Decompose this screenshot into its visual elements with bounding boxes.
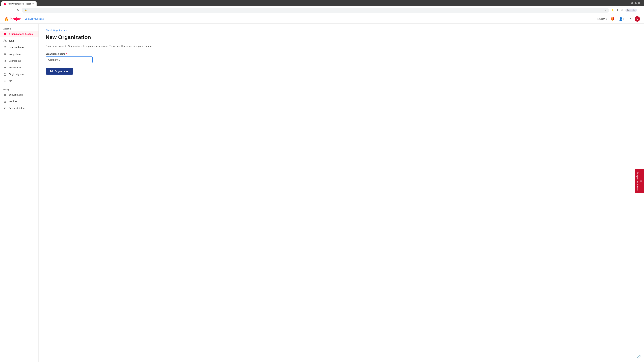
sidebar-label-team: Team (9, 39, 14, 42)
sidebar-label-preferences: Preferences (9, 66, 21, 69)
minimize-button[interactable] (631, 2, 633, 4)
payment-icon (3, 106, 7, 110)
main-content: Sites & Organizations New Organization G… (39, 24, 644, 362)
svg-rect-13 (4, 74, 6, 76)
integrations-icon (3, 52, 7, 56)
svg-point-12 (4, 67, 6, 68)
language-label: English (598, 17, 605, 20)
logo-text: hotjar (10, 17, 21, 21)
preferences-icon (3, 66, 7, 69)
address-input[interactable]: insights.hotjar.com/site/create-organiza… (28, 9, 603, 11)
chevron-down-icon: ▾ (606, 17, 607, 20)
svg-rect-21 (4, 107, 6, 109)
sidebar-item-invoices[interactable]: Invoices (0, 98, 39, 105)
gift-icon[interactable]: 🎁 (610, 16, 615, 22)
svg-rect-17 (4, 100, 6, 103)
invoices-icon (3, 100, 7, 103)
sidebar-item-subscriptions[interactable]: Subscriptions (0, 91, 39, 98)
sidebar-label-api: API (9, 80, 12, 82)
sidebar-item-integrations[interactable]: Integrations (0, 51, 39, 57)
menu-icon[interactable]: ⋮ (638, 8, 642, 12)
grid-icon (3, 32, 7, 36)
help-icon[interactable]: ? (628, 16, 632, 22)
sidebar-label-organizations-sites: Organizations & sites (9, 33, 33, 35)
profile-button[interactable]: Incognito (626, 8, 637, 12)
page-description: Group your sites into Organizations to s… (46, 44, 637, 48)
lock-icon (3, 72, 7, 76)
language-selector[interactable]: English ▾ (598, 17, 607, 20)
sidebar-label-single-sign-on: Single sign-on (9, 73, 24, 76)
sidebar-label-user-lookup: User lookup (9, 59, 21, 62)
back-button[interactable]: ← (2, 8, 8, 12)
org-name-input[interactable] (46, 56, 92, 63)
svg-line-14 (5, 80, 5, 82)
lock-icon: 🔒 (24, 9, 27, 11)
billing-section-label: Billing (0, 87, 39, 91)
org-name-label: Organization name * (46, 53, 637, 55)
tab-title: New Organization - Hotjar (8, 3, 31, 5)
sidebar-label-integrations: Integrations (9, 53, 21, 55)
add-user-icon[interactable]: 👤+ (618, 16, 626, 22)
team-icon (3, 39, 7, 42)
sidebar-item-user-lookup[interactable]: User lookup (0, 57, 39, 64)
sidebar-item-user-attributes[interactable]: User attributes (0, 44, 39, 51)
app-header: 🔥 hotjar Upgrade your plans English ▾ 🎁 … (0, 14, 644, 24)
download-icon[interactable]: ⬇ (616, 8, 619, 12)
sidebar-label-payment-details: Payment details (9, 107, 26, 109)
tab-close-button[interactable]: ✕ (32, 3, 34, 5)
rate-experience-label: Rate your experience (636, 171, 639, 191)
rate-experience-panel[interactable]: ✏ Rate your experience (635, 169, 644, 193)
sidebar-item-single-sign-on[interactable]: Single sign-on (0, 71, 39, 78)
header-actions: English ▾ 🎁 👤+ ? U (598, 16, 640, 22)
hotjar-logo[interactable]: 🔥 hotjar (4, 16, 21, 21)
bookmark-icon[interactable]: ⭐ (610, 8, 615, 12)
page-title: New Organization (46, 34, 637, 40)
upgrade-link[interactable]: Upgrade your plans (25, 17, 44, 20)
sidebar: Account Organizations & sites (0, 24, 39, 362)
subscriptions-icon (3, 93, 7, 96)
close-button[interactable] (638, 2, 640, 4)
sidebar-label-subscriptions: Subscriptions (9, 93, 23, 96)
sidebar-item-payment-details[interactable]: Payment details (0, 105, 39, 111)
account-section-label: Account (0, 26, 39, 31)
api-icon (3, 79, 7, 83)
breadcrumb[interactable]: Sites & Organizations (46, 29, 637, 31)
tab-search-icon[interactable]: ⊡ (621, 8, 624, 12)
svg-point-4 (4, 40, 5, 41)
svg-rect-15 (4, 94, 6, 95)
sidebar-item-preferences[interactable]: Preferences (0, 64, 39, 71)
sidebar-item-team[interactable]: Team (0, 37, 39, 44)
star-icon[interactable]: ☆ (604, 9, 606, 11)
user-attributes-icon (3, 46, 7, 49)
address-bar[interactable]: 🔒 insights.hotjar.com/site/create-organi… (22, 8, 609, 13)
link-icon[interactable]: 🔗 (637, 355, 641, 359)
tab-favicon: H (4, 3, 6, 5)
sidebar-label-user-attributes: User attributes (9, 46, 24, 49)
svg-rect-1 (5, 33, 6, 34)
app-body: Account Organizations & sites (0, 24, 644, 362)
logo-icon: 🔥 (4, 16, 9, 21)
add-organization-button[interactable]: Add Organization (46, 68, 73, 75)
avatar[interactable]: U (634, 16, 640, 22)
browser-toolbar: ← → ↻ 🔒 insights.hotjar.com/site/create-… (0, 6, 644, 14)
required-indicator: * (66, 53, 67, 55)
svg-point-10 (4, 60, 6, 61)
sidebar-scrollbar (38, 24, 39, 362)
sidebar-item-organizations-sites[interactable]: Organizations & sites (0, 31, 39, 37)
svg-rect-3 (5, 34, 6, 35)
reload-button[interactable]: ↻ (16, 8, 20, 12)
organization-name-group: Organization name * (46, 53, 637, 63)
rate-experience-icon: ✏ (640, 179, 642, 183)
svg-point-7 (4, 54, 5, 55)
svg-line-11 (5, 61, 6, 62)
browser-tab-active[interactable]: H New Organization - Hotjar ✕ (1, 1, 36, 6)
maximize-button[interactable] (634, 2, 636, 4)
svg-point-8 (5, 54, 6, 55)
svg-point-5 (5, 40, 6, 41)
sidebar-label-invoices: Invoices (9, 100, 17, 103)
sidebar-item-api[interactable]: API (0, 78, 39, 84)
forward-button[interactable]: → (9, 8, 14, 12)
browser-action-buttons: ⭐ ⬇ ⊡ Incognito ⋮ (610, 8, 642, 12)
user-lookup-icon (3, 59, 7, 62)
new-tab-button[interactable]: + (36, 1, 41, 6)
